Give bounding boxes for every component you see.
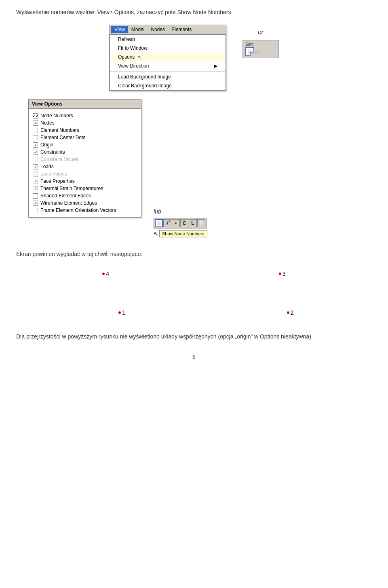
- option-thermal-strain[interactable]: ✓ Thermal Strain Temperatures: [33, 185, 137, 192]
- option-constraints[interactable]: ✓ Constraints: [33, 148, 137, 156]
- or-label: or: [258, 29, 264, 36]
- checkbox-constraints[interactable]: ✓: [33, 150, 38, 155]
- toolbar-icon-c[interactable]: C: [180, 219, 188, 227]
- settings-icon-screenshot: Setti ⬜ △▿: [242, 40, 279, 58]
- checkbox-wireframe-edges[interactable]: ✓: [33, 201, 38, 206]
- option-face-properties[interactable]: ✓ Face Properties: [33, 178, 137, 185]
- body-text-section: Ekran powinien wyglądać w tej chwili nas…: [16, 250, 372, 258]
- small-icons: △▿: [255, 50, 260, 54]
- page-header: Wyświetlenie numerów węzłów: View> Optio…: [16, 8, 372, 17]
- option-node-numbers[interactable]: ✓ Node Numbers: [33, 112, 137, 119]
- option-element-center-dots[interactable]: Element Center Dots: [33, 134, 137, 141]
- option-nodes[interactable]: ✓ Nodes: [33, 119, 137, 127]
- page-number: 6: [192, 353, 196, 360]
- checkbox-frame-vectors[interactable]: [33, 208, 38, 213]
- checkbox-face-properties[interactable]: ✓: [33, 179, 38, 184]
- menu-item-load-bg[interactable]: Load Background Image: [110, 72, 226, 81]
- menu-model-item[interactable]: Model: [128, 26, 148, 33]
- menu-elements-item[interactable]: Elements: [168, 26, 195, 33]
- toolbar-icon-l[interactable]: L: [189, 219, 197, 227]
- node-4: 4: [102, 271, 109, 277]
- option-origin[interactable]: ✓ Origin: [33, 141, 137, 148]
- toolbar-icons-row: ⬜ 7 • C L ⬜: [154, 218, 207, 228]
- label-origin: Origin: [40, 142, 53, 148]
- or-section: or Setti ⬜ △▿: [242, 29, 279, 58]
- option-frame-vectors[interactable]: Frame Element Orientation Vectors: [33, 207, 137, 214]
- label-element-center-dots: Element Center Dots: [40, 135, 85, 140]
- label-element-numbers: Element Numbers: [40, 127, 79, 133]
- view-options-dialog: View Options ✓ Node Numbers ✓ Nodes Elem…: [28, 99, 141, 218]
- checkbox-element-numbers[interactable]: [33, 128, 38, 133]
- label-loads: Loads: [40, 164, 54, 169]
- menu-item-options[interactable]: Options ↖: [110, 53, 226, 61]
- node-1-label: 1: [122, 309, 125, 316]
- menu-screenshot: View Model Nodes Elements Refresh Fit to…: [109, 25, 226, 91]
- menu-nodes-item[interactable]: Nodes: [148, 26, 168, 33]
- menu-item-refresh[interactable]: Refresh: [110, 35, 226, 44]
- label-constraint-values: Constraint Values: [40, 157, 78, 162]
- node-1: 1: [118, 309, 125, 316]
- label-shaded-faces: Shaded Element Faces: [40, 193, 91, 199]
- label-nodes: Nodes: [40, 120, 55, 126]
- header-text: Wyświetlenie numerów węzłów: View> Optio…: [16, 8, 372, 17]
- option-loads[interactable]: ✓ Loads: [33, 163, 137, 170]
- checkbox-shaded-faces[interactable]: [33, 193, 38, 199]
- node-3: 3: [279, 271, 286, 277]
- checkbox-load-values[interactable]: [33, 171, 38, 177]
- label-face-properties: Face Properties: [40, 178, 75, 184]
- node-diagram: 4 3 1 2: [16, 271, 372, 316]
- menu-menubar: View Model Nodes Elements: [110, 25, 226, 34]
- second-row: View Options ✓ Node Numbers ✓ Nodes Elem…: [28, 99, 372, 237]
- toolbar-icon-7[interactable]: 7: [163, 219, 171, 227]
- cursor-icon: ↖: [154, 231, 158, 237]
- setti-icon: ⬜: [245, 47, 254, 56]
- label-frame-vectors: Frame Element Orientation Vectors: [40, 207, 116, 213]
- checkbox-thermal-strain[interactable]: ✓: [33, 186, 38, 191]
- node-3-dot: [279, 273, 281, 275]
- menu-item-clear-bg[interactable]: Clear Background Image: [110, 81, 226, 90]
- option-constraint-values[interactable]: Constraint Values: [33, 156, 137, 163]
- option-load-values[interactable]: Load Values: [33, 170, 137, 178]
- view-options-body: ✓ Node Numbers ✓ Nodes Element Numbers E…: [29, 109, 141, 217]
- label-thermal-strain: Thermal Strain Temperatures: [40, 186, 103, 191]
- toolbar-icon-box2[interactable]: ⬜: [197, 219, 205, 227]
- label-wireframe-edges: Wireframe Element Edges: [40, 200, 97, 206]
- label-constraints: Constraints: [40, 149, 65, 155]
- checkbox-origin[interactable]: ✓: [33, 142, 38, 148]
- checkbox-node-numbers[interactable]: ✓: [33, 113, 38, 118]
- settings-label: Setti: [245, 42, 276, 47]
- menu-item-view-direction[interactable]: View Direction▶: [110, 61, 226, 70]
- node-4-dot: [102, 273, 105, 275]
- page-number-section: 6: [16, 353, 372, 360]
- menu-view-item[interactable]: View: [111, 26, 128, 33]
- bottom-text-section: Dla przejrzystości w powyższym rysunku n…: [16, 332, 372, 341]
- first-screenshots-row: View Model Nodes Elements Refresh Fit to…: [16, 25, 372, 91]
- label-node-numbers: Node Numbers: [40, 113, 73, 118]
- checkbox-loads[interactable]: ✓: [33, 164, 38, 169]
- bottom-text: Dla przejrzystości w powyższym rysunku n…: [16, 332, 372, 341]
- option-shaded-faces[interactable]: Shaded Element Faces: [33, 192, 137, 199]
- node-3-label: 3: [283, 271, 286, 277]
- toolbar-icon-dot[interactable]: •: [172, 219, 180, 227]
- node-2-dot: [287, 311, 289, 314]
- checkbox-nodes[interactable]: ✓: [33, 121, 38, 126]
- toolbar-icon-box1[interactable]: ⬜: [155, 219, 163, 227]
- menu-item-fit[interactable]: Fit to Window: [110, 44, 226, 53]
- show-node-tooltip: Show Node Numbers: [159, 230, 207, 237]
- node-top-row: 4 3: [16, 271, 372, 277]
- checkbox-constraint-values[interactable]: [33, 157, 38, 162]
- checkbox-element-center-dots[interactable]: [33, 135, 38, 140]
- node-4-label: 4: [106, 271, 109, 277]
- view-options-title: View Options: [29, 99, 141, 109]
- menu-dropdown: Refresh Fit to Window Options ↖ View Dir…: [110, 34, 226, 91]
- cursor-icon: ↖: [138, 55, 141, 60]
- label-load-values: Load Values: [40, 171, 67, 177]
- node-1-dot: [118, 311, 121, 314]
- toolbar-tooltip-row: ↖ Show Node Numbers: [154, 230, 207, 237]
- toolbar-section: ⬜ 7 • C L ⬜ ↖ Show Node Numbers: [154, 218, 207, 237]
- option-element-numbers[interactable]: Element Numbers: [33, 127, 137, 134]
- menu-separator-1: [110, 71, 226, 72]
- node-2: 2: [287, 309, 294, 316]
- node-2-label: 2: [291, 309, 294, 316]
- option-wireframe-edges[interactable]: ✓ Wireframe Element Edges: [33, 199, 137, 207]
